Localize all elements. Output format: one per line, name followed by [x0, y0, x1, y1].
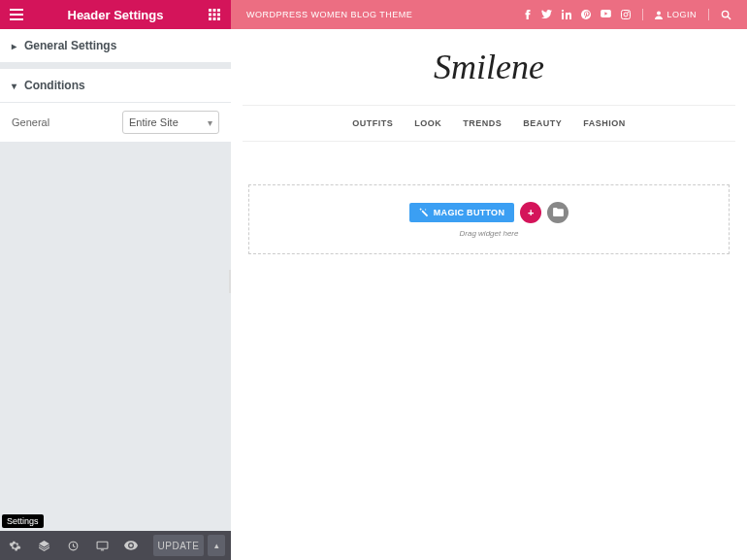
accordion-conditions[interactable]: Conditions	[0, 69, 231, 103]
settings-tooltip: Settings	[2, 514, 44, 528]
user-icon	[655, 11, 663, 19]
condition-select-value: Entire Site	[129, 116, 179, 128]
update-button[interactable]: UPDATE	[153, 535, 204, 556]
topbar-divider	[642, 9, 643, 20]
svg-point-12	[562, 10, 564, 12]
sidebar-body	[0, 142, 231, 531]
dropzone-hint: Drag widget here	[460, 229, 519, 238]
history-icon[interactable]	[58, 531, 87, 560]
svg-rect-7	[213, 17, 216, 20]
site-logo[interactable]: Smilene	[434, 47, 544, 87]
nav-item[interactable]: BEAUTY	[523, 118, 562, 128]
sidebar: Header Settings General Settings Conditi…	[0, 0, 231, 560]
svg-rect-11	[562, 13, 564, 19]
preview-topbar: WORDPRESS WOMEN BLOG THEME LOGIN	[231, 0, 747, 29]
svg-rect-10	[100, 549, 103, 550]
svg-point-18	[657, 11, 661, 15]
accordion-label: Conditions	[24, 79, 85, 92]
accordion-general-settings[interactable]: General Settings	[0, 29, 231, 63]
responsive-icon[interactable]	[87, 531, 116, 560]
svg-point-17	[629, 12, 630, 13]
menu-icon[interactable]	[8, 6, 25, 23]
eye-icon[interactable]	[116, 531, 146, 560]
magic-button[interactable]: MAGIC BUTTON	[409, 203, 514, 222]
svg-point-16	[624, 13, 628, 16]
instagram-icon[interactable]	[621, 10, 631, 19]
nav-item[interactable]: OUTFITS	[352, 118, 393, 128]
facebook-icon[interactable]	[524, 10, 532, 19]
svg-point-19	[722, 11, 728, 16]
logo-area: Smilene	[231, 29, 747, 105]
preview-area: WORDPRESS WOMEN BLOG THEME LOGIN Smilene…	[231, 0, 747, 560]
svg-rect-0	[209, 9, 211, 12]
sidebar-title: Header Settings	[25, 8, 206, 22]
svg-rect-1	[213, 9, 216, 12]
dropzone[interactable]: MAGIC BUTTON + Drag widget here	[248, 184, 730, 254]
pinterest-icon[interactable]	[581, 10, 591, 19]
search-icon[interactable]	[721, 10, 731, 20]
svg-rect-3	[209, 14, 211, 16]
layers-icon[interactable]	[29, 531, 58, 560]
dropzone-buttons: MAGIC BUTTON +	[409, 202, 568, 223]
twitter-icon[interactable]	[541, 10, 552, 19]
wand-icon	[419, 208, 429, 217]
linkedin-icon[interactable]	[562, 10, 571, 19]
svg-rect-6	[209, 17, 211, 20]
condition-row: General Entire Site	[0, 103, 231, 142]
folder-button[interactable]	[547, 202, 568, 223]
youtube-icon[interactable]	[601, 10, 611, 19]
apps-icon[interactable]	[206, 6, 223, 23]
magic-button-label: MAGIC BUTTON	[434, 208, 504, 217]
topbar-divider	[708, 9, 709, 20]
condition-select[interactable]: Entire Site	[122, 111, 219, 134]
svg-rect-5	[217, 14, 220, 16]
svg-rect-4	[213, 14, 216, 16]
nav-item[interactable]: TRENDS	[463, 118, 502, 128]
navbar: OUTFITS LOOK TRENDS BEAUTY FASHION	[243, 105, 735, 142]
svg-rect-9	[97, 542, 108, 548]
social-icons	[524, 10, 631, 19]
sidebar-header: Header Settings	[0, 0, 231, 29]
login-label: LOGIN	[666, 10, 697, 19]
update-caret[interactable]: ▴	[208, 535, 225, 556]
tagline: WORDPRESS WOMEN BLOG THEME	[246, 10, 412, 19]
sidebar-footer: UPDATE ▴	[0, 531, 231, 560]
gear-icon[interactable]	[0, 531, 29, 560]
svg-rect-2	[217, 9, 220, 12]
login-link[interactable]: LOGIN	[655, 10, 697, 19]
svg-rect-8	[217, 17, 220, 20]
accordion-label: General Settings	[24, 39, 116, 52]
nav-item[interactable]: LOOK	[414, 118, 441, 128]
nav-item[interactable]: FASHION	[583, 118, 626, 128]
topbar-right: LOGIN	[524, 9, 731, 20]
add-button[interactable]: +	[520, 202, 541, 223]
condition-label: General	[12, 116, 49, 128]
folder-icon	[553, 208, 564, 216]
